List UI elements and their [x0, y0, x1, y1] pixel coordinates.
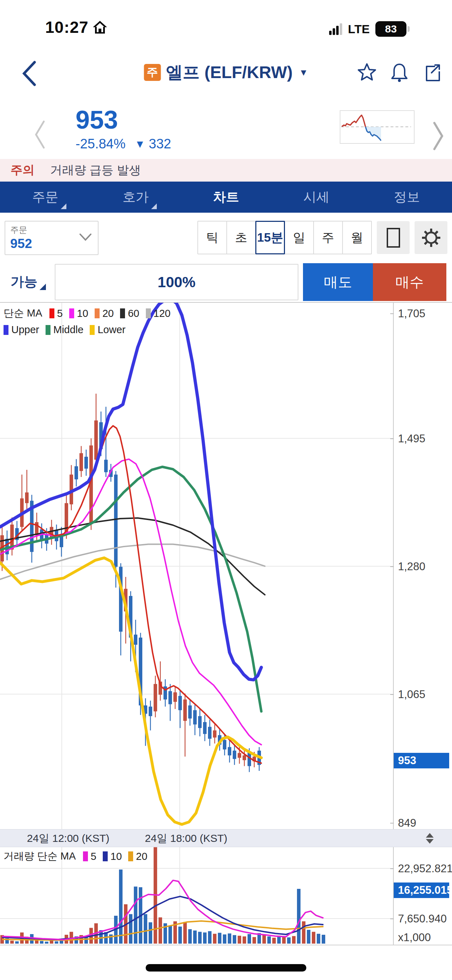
price-summary: 953 -25.84% ▼ 332 [0, 106, 452, 159]
battery-icon: 83 [375, 21, 410, 37]
amount-percent-field[interactable]: 100% [55, 264, 298, 300]
tab-주문[interactable]: 주문 [0, 181, 90, 213]
legend-swatch [146, 309, 151, 318]
legend-title: 단순 MA [3, 306, 42, 320]
trading-app: 10:27 LTE 83 주 엘프 (ELF/KRW) ▼ [0, 0, 452, 980]
tab-시세[interactable]: 시세 [271, 181, 362, 213]
candle-style-icon [385, 227, 401, 248]
chart-settings-button[interactable] [415, 221, 447, 254]
current-price: 953 [76, 106, 171, 134]
axis-tick [390, 823, 394, 824]
legend-chip-60: 60 [120, 308, 139, 319]
time-label: 24일 12:00 (KST) [27, 831, 109, 845]
submenu-triangle-icon [61, 204, 67, 209]
time-label: 24일 18:00 (KST) [145, 831, 227, 845]
alert-bell-icon[interactable] [389, 62, 410, 83]
axis-tick [390, 313, 394, 314]
nav-tabs: 주문호가차트시세정보 [0, 181, 452, 213]
clock: 10:27 [45, 18, 89, 37]
legend-swatch [120, 309, 125, 318]
price-change: -25.84% ▼ 332 [76, 136, 171, 151]
price-chart-pane[interactable]: 단순 MA 5102060120 UpperMiddleLower 1,7051… [0, 302, 452, 829]
change-percent: -25.84% [76, 136, 126, 151]
interval-초[interactable]: 초 [226, 221, 256, 255]
symbol-title-dropdown[interactable]: 주 엘프 (ELF/KRW) ▼ [144, 61, 308, 84]
tab-label: 시세 [303, 188, 330, 206]
interval-월[interactable]: 월 [342, 221, 372, 255]
legend-chip-10: 10 [103, 851, 122, 862]
mini-chart[interactable] [340, 110, 415, 144]
legend-label: 20 [102, 308, 114, 319]
status-left: 10:27 [45, 18, 108, 37]
chart-style-button[interactable] [377, 221, 410, 254]
legend-chip-20: 20 [128, 851, 147, 862]
tab-label: 차트 [213, 188, 239, 206]
buy-button[interactable]: 매수 [373, 263, 446, 301]
available-toggle[interactable]: 가능 [11, 273, 46, 291]
mini-chart-svg [340, 111, 414, 143]
legend-label: Upper [11, 324, 39, 336]
legend-swatch [95, 309, 100, 318]
next-symbol-chevron[interactable] [431, 121, 446, 151]
legend-label: 5 [91, 851, 97, 862]
current-volume-badge: 16,255.015 [394, 883, 449, 898]
alert-banner[interactable]: 주의 거래량 급등 발생 [0, 159, 452, 181]
volume-axis[interactable]: 22,952.8217,650.94016,255.015x1,000 [393, 847, 452, 945]
price-label-1,280: 1,280 [398, 560, 425, 573]
change-amount: 332 [149, 136, 171, 151]
footer [0, 945, 452, 979]
triangle-icon [40, 284, 46, 290]
price-block: 953 -25.84% ▼ 332 [76, 106, 171, 151]
legend-chip-Middle: Middle [46, 324, 83, 336]
back-button[interactable] [17, 59, 42, 88]
interval-주[interactable]: 주 [313, 221, 343, 255]
axis-tick [390, 566, 394, 567]
interval-buttons: 틱초15분일주월 [198, 221, 372, 255]
legend-chip-Lower: Lower [90, 324, 125, 336]
prev-symbol-chevron[interactable] [32, 119, 47, 150]
trade-row: 가능 100% 매도 매수 [0, 261, 452, 302]
sell-label: 매도 [324, 272, 352, 292]
legend-label: 10 [111, 851, 122, 862]
available-label: 가능 [11, 273, 37, 291]
network-label: LTE [348, 22, 370, 36]
sell-button[interactable]: 매도 [303, 263, 373, 301]
price-label-1,495: 1,495 [398, 433, 425, 445]
interval-틱[interactable]: 틱 [197, 221, 227, 255]
app-header: 주 엘프 (ELF/KRW) ▼ [0, 39, 452, 106]
time-axis[interactable]: 24일 12:00 (KST)24일 18:00 (KST) [0, 829, 452, 847]
vol-ma20 [2, 921, 324, 940]
axis-tick [390, 918, 394, 919]
gear-icon [421, 228, 441, 248]
price-label-1,705: 1,705 [398, 307, 425, 320]
buy-label: 매수 [395, 272, 424, 292]
legend-label: 5 [57, 308, 63, 319]
volume-pane[interactable]: 거래량 단순 MA 51020 22,952.8217,650.94016,25… [0, 847, 452, 945]
favorite-star-icon[interactable] [357, 62, 377, 83]
axis-tick [390, 694, 394, 695]
legend-label: 120 [154, 308, 171, 319]
tab-호가[interactable]: 호가 [90, 181, 181, 213]
order-price-dropdown[interactable]: 주문 952 [5, 221, 98, 255]
legend-label: 10 [77, 308, 88, 319]
share-icon[interactable] [422, 62, 442, 83]
home-indicator[interactable] [146, 964, 306, 972]
ma120 [0, 544, 265, 579]
axis-expand-icon[interactable] [426, 833, 434, 844]
status-bar: 10:27 LTE 83 [0, 0, 452, 39]
tab-정보[interactable]: 정보 [362, 181, 452, 213]
legend-swatch [3, 325, 8, 335]
price-chart-svg [0, 303, 393, 829]
price-label-1,065: 1,065 [398, 688, 425, 701]
interval-15분[interactable]: 15분 [255, 221, 285, 255]
tab-차트[interactable]: 차트 [181, 181, 271, 213]
stock-type-badge: 주 [144, 64, 161, 81]
legend-chip-Upper: Upper [3, 324, 39, 336]
volume-legend: 거래량 단순 MA 51020 [3, 849, 147, 867]
legend-chip-5: 5 [49, 308, 63, 319]
price-axis[interactable]: 1,7051,4951,2801,065849953 [393, 303, 452, 829]
legend-swatch [103, 851, 108, 861]
interval-일[interactable]: 일 [284, 221, 314, 255]
amount-percent-value: 100% [157, 274, 195, 291]
down-triangle-icon: ▼ [135, 138, 146, 150]
